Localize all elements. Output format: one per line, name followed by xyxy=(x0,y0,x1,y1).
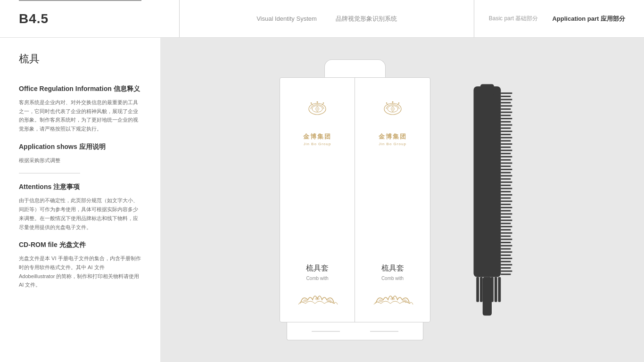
product-name-cn-left: 梳具套 xyxy=(306,263,329,273)
svg-point-20 xyxy=(398,102,399,103)
section-text-attentions: 由于信息的不确定性，此页部分规范（如文字大小、间距等）可作为参考使用，具体可根据… xyxy=(19,196,141,231)
box-panel-right: 金博集团 Jin Bo Group 梳具套 Comb with xyxy=(355,78,430,322)
header: B4.5 Visual Identity System 品牌视觉形象识别系统 B… xyxy=(0,0,644,38)
header-left: B4.5 xyxy=(19,11,179,26)
brand-name-en-right: Jin Bo Group xyxy=(379,142,406,146)
logo-emblem-left xyxy=(302,101,332,128)
bottom-tab-left xyxy=(312,331,340,332)
section-title-application: Application shows 应用说明 xyxy=(19,143,141,151)
comb-packaging-box: 金博集团 Jin Bo Group 梳具套 Comb with xyxy=(280,59,430,340)
svg-point-25 xyxy=(402,299,407,302)
svg-rect-93 xyxy=(483,277,492,316)
logo-svg-left xyxy=(302,101,332,126)
section-text-cdrom: 光盘文件是本 VI 手册电子文件的集合，内含手册制作时的专用软件格式文件。其中 … xyxy=(19,254,141,289)
box-flap-top xyxy=(324,59,386,77)
svg-point-11 xyxy=(315,297,320,300)
section-title-office: Office Regulation Information 信息释义 xyxy=(19,85,141,93)
svg-rect-33 xyxy=(498,277,501,302)
header-top-rule xyxy=(19,0,141,1)
svg-point-16 xyxy=(392,101,393,102)
svg-point-23 xyxy=(379,299,383,302)
ornament-svg-left xyxy=(296,290,339,307)
brand-name-cn-left: 金博集团 xyxy=(303,132,331,141)
nav-basic[interactable]: Basic part 基础部分 xyxy=(489,15,538,23)
product-name-en-left: Comb with xyxy=(306,276,328,281)
section-title-cdrom: CD-ROM file 光盘文件 xyxy=(19,241,141,249)
bottom-ornament-left xyxy=(296,290,339,309)
logo-emblem-right xyxy=(378,101,408,128)
ornament-svg-right xyxy=(372,290,414,307)
svg-rect-26 xyxy=(473,86,501,277)
logo-svg-right xyxy=(378,101,408,126)
sidebar: 梳具 Office Regulation Information 信息释义 客房… xyxy=(0,38,160,362)
header-title-cn: 品牌视觉形象识别系统 xyxy=(336,15,397,23)
page-title: 梳具 xyxy=(19,52,141,71)
main-layout: 梳具 Office Regulation Information 信息释义 客房… xyxy=(0,38,644,362)
section-text-application: 根据采购形式调整 xyxy=(19,156,141,165)
nav-application[interactable]: Application part 应用部分 xyxy=(552,15,625,23)
svg-point-24 xyxy=(390,297,395,300)
bottom-tab-right xyxy=(370,331,398,332)
svg-rect-34 xyxy=(480,84,494,95)
header-center: Visual Identity System 品牌视觉形象识别系统 xyxy=(179,0,474,37)
brand-name-en-left: Jin Bo Group xyxy=(304,142,331,146)
box-panel-left: 金博集团 Jin Bo Group 梳具套 Comb with xyxy=(280,78,355,322)
section-title-attentions: Attentions 注意事项 xyxy=(19,183,141,191)
svg-point-5 xyxy=(311,102,312,103)
comb-svg xyxy=(459,77,525,322)
svg-rect-28 xyxy=(480,277,483,302)
box-flap-bottom xyxy=(287,322,423,340)
svg-rect-32 xyxy=(495,277,497,302)
content-area: 金博集团 Jin Bo Group 梳具套 Comb with xyxy=(160,38,644,362)
comb-illustration xyxy=(459,77,525,322)
svg-point-10 xyxy=(303,299,308,302)
section-divider xyxy=(19,173,80,173)
header-title-en: Visual Identity System xyxy=(256,15,317,22)
packaging-display: 金博集团 Jin Bo Group 梳具套 Comb with xyxy=(280,38,525,362)
svg-point-3 xyxy=(317,101,318,102)
svg-rect-27 xyxy=(476,277,479,302)
brand-name-cn-right: 金博集团 xyxy=(379,132,407,141)
comb-box-main: 金博集团 Jin Bo Group 梳具套 Comb with xyxy=(280,77,430,322)
page-code: B4.5 xyxy=(19,11,49,26)
product-name-en-right: Comb with xyxy=(381,276,404,281)
header-right: Basic part 基础部分 Application part 应用部分 xyxy=(474,15,625,23)
bottom-ornament-right xyxy=(372,290,414,309)
svg-point-18 xyxy=(386,102,387,103)
section-text-office: 客房系统是企业内对、对外交换信息的最重要的工具之一，它同时也代表了企业的精神风貌… xyxy=(19,98,141,133)
svg-point-12 xyxy=(327,299,331,302)
svg-point-7 xyxy=(323,102,324,103)
box-flap-bottom-wrapper xyxy=(280,322,430,340)
product-name-cn-right: 梳具套 xyxy=(381,263,404,273)
